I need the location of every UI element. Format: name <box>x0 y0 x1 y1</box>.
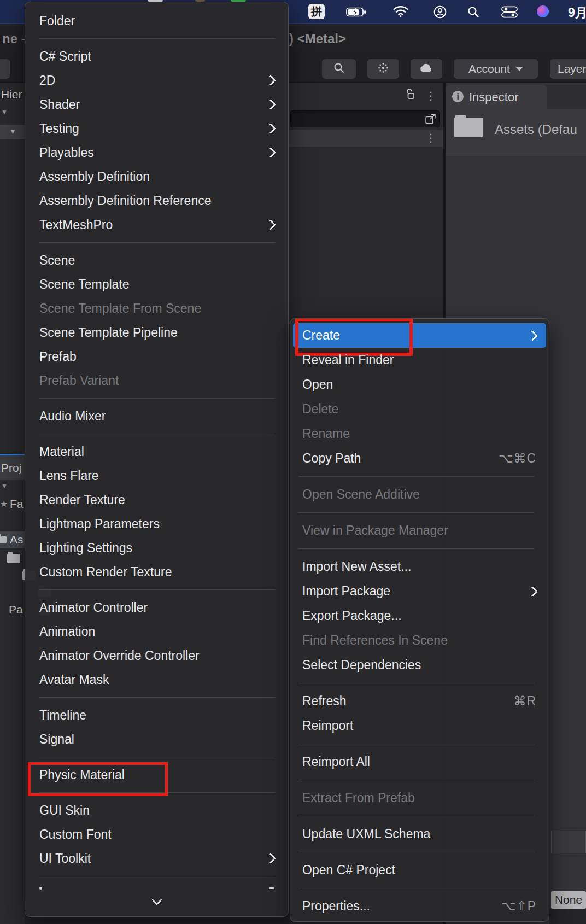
menu-item-signal[interactable]: Signal <box>25 727 288 751</box>
menu-item-label: Assembly Definition Reference <box>39 194 211 208</box>
menu-item-textmeshpro[interactable]: TextMeshPro <box>25 213 288 237</box>
render-settings-button[interactable] <box>367 59 399 79</box>
chevron-down-icon <box>515 67 523 71</box>
menu-item-label: Scene Template Pipeline <box>39 325 178 340</box>
menu-item-animation[interactable]: Animation <box>25 619 288 644</box>
scroll-down-indicator[interactable] <box>25 894 288 906</box>
menu-item-reveal-in-finder[interactable]: Reveal in Finder <box>293 348 546 372</box>
sidebar-item-packages[interactable]: Pa <box>9 603 23 616</box>
menu-item-label: Animation <box>39 624 95 639</box>
menu-separator <box>39 398 275 399</box>
spotlight-search-icon[interactable] <box>467 5 480 19</box>
menu-item-scene[interactable]: Scene <box>25 248 288 272</box>
control-center-icon[interactable] <box>501 6 518 18</box>
kebab-menu-icon[interactable]: ⋮ <box>425 132 436 143</box>
menu-item-export-package[interactable]: Export Package... <box>293 604 546 628</box>
input-source-icon[interactable]: 拼 <box>308 4 325 19</box>
folder-icon[interactable] <box>7 554 20 563</box>
menu-item-shader[interactable]: Shader <box>25 92 288 116</box>
menu-item-assembly-definition-reference[interactable]: Assembly Definition Reference <box>25 189 288 213</box>
foldout-triangle-icon[interactable]: ▼ <box>9 127 16 136</box>
expand-icon[interactable] <box>424 113 437 127</box>
menu-item-reimport[interactable]: Reimport <box>293 714 546 738</box>
menu-item-reimport-all[interactable]: Reimport All <box>293 750 546 774</box>
menu-item-2d[interactable]: 2D <box>25 68 288 92</box>
submenu-chevron-icon <box>265 123 276 134</box>
menu-item-import-new-asset[interactable]: Import New Asset... <box>293 554 546 579</box>
menu-item-audio-mixer[interactable]: Audio Mixer <box>25 404 288 428</box>
menu-item-label: Export Package... <box>302 609 402 623</box>
menu-item-rename: Rename <box>293 422 546 446</box>
menu-item-create[interactable]: Create <box>293 323 546 348</box>
breadcrumb-row[interactable]: ⋮ <box>289 130 443 147</box>
unlock-icon[interactable] <box>405 88 415 103</box>
cloud-button[interactable] <box>411 59 442 79</box>
menu-item-refresh[interactable]: Refresh⌘R <box>293 689 546 714</box>
menu-item-playables[interactable]: Playables <box>25 141 288 165</box>
menu-item-animator-controller[interactable]: Animator Controller <box>25 595 288 619</box>
menu-item-custom-font[interactable]: Custom Font <box>25 822 288 846</box>
menu-separator <box>298 548 534 549</box>
object-field-none[interactable]: None <box>551 891 586 909</box>
menu-separator <box>39 757 275 757</box>
user-account-icon[interactable] <box>433 5 447 19</box>
inspector-field-fragment[interactable] <box>551 831 586 853</box>
layers-dropdown-label: Layer <box>558 62 586 75</box>
menu-item-material[interactable]: Material <box>25 440 288 464</box>
inspector-selection-title: Assets (Defau <box>495 122 577 137</box>
kebab-menu-icon[interactable]: ⋮ <box>425 90 436 101</box>
search-button[interactable] <box>322 59 356 79</box>
project-sort-icon[interactable]: ▼ <box>1 482 8 490</box>
menu-item-ui-toolkit[interactable]: UI Toolkit <box>25 846 288 870</box>
tab-project[interactable]: Proj <box>0 454 25 480</box>
menu-item-assembly-definition[interactable]: Assembly Definition <box>25 165 288 189</box>
menu-separator <box>298 683 534 683</box>
menu-item-label: Create <box>302 328 340 343</box>
account-dropdown[interactable]: Account <box>454 59 538 79</box>
menubar-clock[interactable]: 9月 <box>568 4 586 21</box>
menu-item-select-dependencies[interactable]: Select Dependencies <box>293 653 546 677</box>
menu-item-animator-override-controller[interactable]: Animator Override Controller <box>25 644 288 668</box>
menu-item-avatar-mask[interactable]: Avatar Mask <box>25 668 288 692</box>
menu-separator <box>298 512 534 513</box>
menu-item-scene-template[interactable]: Scene Template <box>25 272 288 296</box>
menu-item-custom-render-texture[interactable]: Custom Render Texture <box>25 560 288 584</box>
menu-item-properties[interactable]: Properties...⌥⇧P <box>293 894 546 919</box>
star-icon: ★ <box>0 499 8 509</box>
menu-item-folder[interactable]: Folder <box>25 9 288 33</box>
wifi-icon[interactable] <box>392 5 409 17</box>
layers-dropdown[interactable]: Layer <box>550 59 586 79</box>
menu-item-gui-skin[interactable]: GUI Skin <box>25 798 288 822</box>
menu-item-timeline[interactable]: Timeline <box>25 703 288 727</box>
menu-item-copy-path[interactable]: Copy Path⌥⌘C <box>293 446 546 471</box>
menu-item-c-script[interactable]: C# Script <box>25 44 288 68</box>
menu-item-prefab[interactable]: Prefab <box>25 344 288 369</box>
sidebar-item-assets-label: As <box>10 533 24 546</box>
scene-row-fragment[interactable]: ▼ <box>0 125 25 139</box>
sort-dropdown-icon[interactable]: ▼ <box>1 108 8 116</box>
menu-item-scene-template-pipeline[interactable]: Scene Template Pipeline <box>25 320 288 344</box>
menu-item-open[interactable]: Open <box>293 372 546 397</box>
menu-item-lightmap-parameters[interactable]: Lightmap Parameters <box>25 512 288 536</box>
menu-item-lens-flare[interactable]: Lens Flare <box>25 464 288 488</box>
tab-inspector[interactable]: i Inspector <box>446 85 547 109</box>
sidebar-item-favorites[interactable]: Fa <box>10 498 24 511</box>
shortcut-label: ⌘R <box>513 694 536 709</box>
menu-item-lighting-settings[interactable]: Lighting Settings <box>25 536 288 560</box>
menu-item-testing[interactable]: Testing <box>25 116 288 141</box>
menu-item-update-uxml-schema[interactable]: Update UXML Schema <box>293 822 546 846</box>
sidebar-item-assets[interactable]: As <box>0 531 25 548</box>
tab-hierarchy[interactable]: Hier <box>1 88 22 101</box>
battery-charging-icon[interactable] <box>346 7 366 17</box>
menu-item-open-c-project[interactable]: Open C# Project <box>293 858 546 882</box>
menu-separator <box>39 876 275 876</box>
menu-item-import-package[interactable]: Import Package <box>293 579 546 604</box>
menu-item-physic-material[interactable]: Physic Material <box>25 763 288 787</box>
menu-item-render-texture[interactable]: Render Texture <box>25 488 288 512</box>
menu-item-label: Prefab <box>39 349 77 364</box>
menu-item-label: Open Scene Additive <box>302 487 420 502</box>
tool-button-fragment[interactable] <box>0 59 10 79</box>
search-input[interactable] <box>290 110 440 127</box>
siri-icon[interactable] <box>537 5 549 17</box>
submenu-chevron-icon <box>265 853 276 864</box>
